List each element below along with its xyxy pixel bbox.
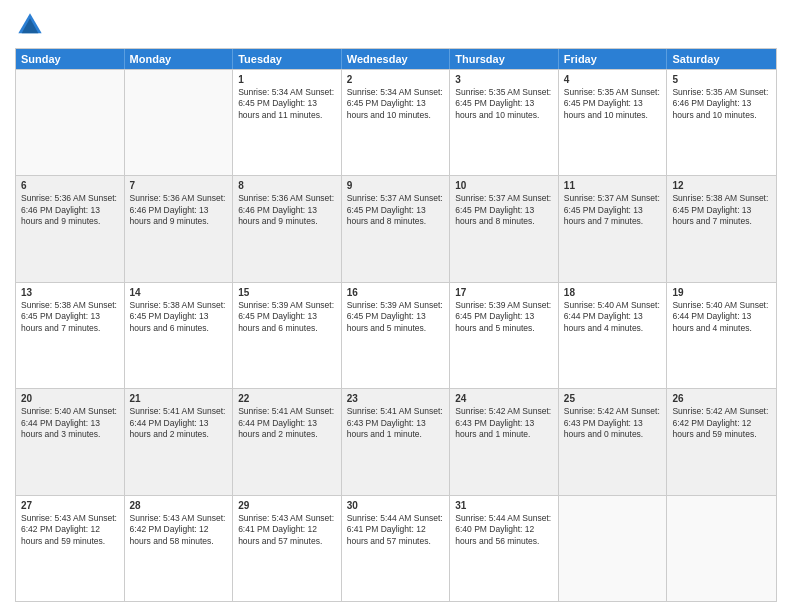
calendar-cell: 28Sunrise: 5:43 AM Sunset: 6:42 PM Dayli… [125,496,234,601]
cell-text: Sunrise: 5:41 AM Sunset: 6:43 PM Dayligh… [347,406,445,440]
cell-text: Sunrise: 5:44 AM Sunset: 6:40 PM Dayligh… [455,513,553,547]
calendar-cell: 31Sunrise: 5:44 AM Sunset: 6:40 PM Dayli… [450,496,559,601]
day-number: 27 [21,499,119,512]
calendar-cell: 25Sunrise: 5:42 AM Sunset: 6:43 PM Dayli… [559,389,668,494]
cell-text: Sunrise: 5:39 AM Sunset: 6:45 PM Dayligh… [238,300,336,334]
calendar-cell: 3Sunrise: 5:35 AM Sunset: 6:45 PM Daylig… [450,70,559,175]
calendar: SundayMondayTuesdayWednesdayThursdayFrid… [15,48,777,602]
calendar-cell: 11Sunrise: 5:37 AM Sunset: 6:45 PM Dayli… [559,176,668,281]
calendar-cell: 20Sunrise: 5:40 AM Sunset: 6:44 PM Dayli… [16,389,125,494]
calendar-cell: 9Sunrise: 5:37 AM Sunset: 6:45 PM Daylig… [342,176,451,281]
cell-text: Sunrise: 5:37 AM Sunset: 6:45 PM Dayligh… [455,193,553,227]
cell-text: Sunrise: 5:35 AM Sunset: 6:46 PM Dayligh… [672,87,771,121]
calendar-cell: 24Sunrise: 5:42 AM Sunset: 6:43 PM Dayli… [450,389,559,494]
calendar-header: SundayMondayTuesdayWednesdayThursdayFrid… [16,49,776,69]
day-number: 1 [238,73,336,86]
cell-text: Sunrise: 5:42 AM Sunset: 6:43 PM Dayligh… [455,406,553,440]
calendar-cell: 12Sunrise: 5:38 AM Sunset: 6:45 PM Dayli… [667,176,776,281]
calendar-cell: 2Sunrise: 5:34 AM Sunset: 6:45 PM Daylig… [342,70,451,175]
logo [15,10,49,40]
day-number: 23 [347,392,445,405]
header-day-tuesday: Tuesday [233,49,342,69]
day-number: 4 [564,73,662,86]
cell-text: Sunrise: 5:34 AM Sunset: 6:45 PM Dayligh… [238,87,336,121]
cell-text: Sunrise: 5:43 AM Sunset: 6:42 PM Dayligh… [130,513,228,547]
calendar-cell: 23Sunrise: 5:41 AM Sunset: 6:43 PM Dayli… [342,389,451,494]
day-number: 28 [130,499,228,512]
header-day-friday: Friday [559,49,668,69]
day-number: 8 [238,179,336,192]
day-number: 30 [347,499,445,512]
calendar-cell: 30Sunrise: 5:44 AM Sunset: 6:41 PM Dayli… [342,496,451,601]
day-number: 14 [130,286,228,299]
cell-text: Sunrise: 5:36 AM Sunset: 6:46 PM Dayligh… [21,193,119,227]
cell-text: Sunrise: 5:43 AM Sunset: 6:42 PM Dayligh… [21,513,119,547]
calendar-row-1: 6Sunrise: 5:36 AM Sunset: 6:46 PM Daylig… [16,175,776,281]
day-number: 25 [564,392,662,405]
cell-text: Sunrise: 5:40 AM Sunset: 6:44 PM Dayligh… [672,300,771,334]
calendar-cell: 22Sunrise: 5:41 AM Sunset: 6:44 PM Dayli… [233,389,342,494]
calendar-row-3: 20Sunrise: 5:40 AM Sunset: 6:44 PM Dayli… [16,388,776,494]
day-number: 17 [455,286,553,299]
calendar-cell: 16Sunrise: 5:39 AM Sunset: 6:45 PM Dayli… [342,283,451,388]
calendar-cell: 4Sunrise: 5:35 AM Sunset: 6:45 PM Daylig… [559,70,668,175]
cell-text: Sunrise: 5:41 AM Sunset: 6:44 PM Dayligh… [238,406,336,440]
day-number: 29 [238,499,336,512]
day-number: 16 [347,286,445,299]
day-number: 24 [455,392,553,405]
cell-text: Sunrise: 5:35 AM Sunset: 6:45 PM Dayligh… [564,87,662,121]
day-number: 18 [564,286,662,299]
cell-text: Sunrise: 5:38 AM Sunset: 6:45 PM Dayligh… [21,300,119,334]
day-number: 31 [455,499,553,512]
cell-text: Sunrise: 5:37 AM Sunset: 6:45 PM Dayligh… [564,193,662,227]
day-number: 12 [672,179,771,192]
day-number: 6 [21,179,119,192]
calendar-cell: 7Sunrise: 5:36 AM Sunset: 6:46 PM Daylig… [125,176,234,281]
header-day-wednesday: Wednesday [342,49,451,69]
calendar-row-0: 1Sunrise: 5:34 AM Sunset: 6:45 PM Daylig… [16,69,776,175]
logo-icon [15,10,45,40]
calendar-cell: 18Sunrise: 5:40 AM Sunset: 6:44 PM Dayli… [559,283,668,388]
calendar-row-2: 13Sunrise: 5:38 AM Sunset: 6:45 PM Dayli… [16,282,776,388]
day-number: 13 [21,286,119,299]
cell-text: Sunrise: 5:37 AM Sunset: 6:45 PM Dayligh… [347,193,445,227]
calendar-cell: 13Sunrise: 5:38 AM Sunset: 6:45 PM Dayli… [16,283,125,388]
calendar-cell: 8Sunrise: 5:36 AM Sunset: 6:46 PM Daylig… [233,176,342,281]
calendar-cell: 6Sunrise: 5:36 AM Sunset: 6:46 PM Daylig… [16,176,125,281]
cell-text: Sunrise: 5:34 AM Sunset: 6:45 PM Dayligh… [347,87,445,121]
day-number: 7 [130,179,228,192]
cell-text: Sunrise: 5:40 AM Sunset: 6:44 PM Dayligh… [21,406,119,440]
cell-text: Sunrise: 5:35 AM Sunset: 6:45 PM Dayligh… [455,87,553,121]
day-number: 20 [21,392,119,405]
day-number: 9 [347,179,445,192]
cell-text: Sunrise: 5:44 AM Sunset: 6:41 PM Dayligh… [347,513,445,547]
cell-text: Sunrise: 5:40 AM Sunset: 6:44 PM Dayligh… [564,300,662,334]
cell-text: Sunrise: 5:36 AM Sunset: 6:46 PM Dayligh… [238,193,336,227]
header [15,10,777,40]
day-number: 21 [130,392,228,405]
header-day-sunday: Sunday [16,49,125,69]
calendar-cell: 14Sunrise: 5:38 AM Sunset: 6:45 PM Dayli… [125,283,234,388]
header-day-monday: Monday [125,49,234,69]
calendar-cell: 5Sunrise: 5:35 AM Sunset: 6:46 PM Daylig… [667,70,776,175]
calendar-cell [16,70,125,175]
cell-text: Sunrise: 5:39 AM Sunset: 6:45 PM Dayligh… [347,300,445,334]
calendar-cell: 19Sunrise: 5:40 AM Sunset: 6:44 PM Dayli… [667,283,776,388]
day-number: 5 [672,73,771,86]
cell-text: Sunrise: 5:43 AM Sunset: 6:41 PM Dayligh… [238,513,336,547]
calendar-cell: 17Sunrise: 5:39 AM Sunset: 6:45 PM Dayli… [450,283,559,388]
calendar-cell: 15Sunrise: 5:39 AM Sunset: 6:45 PM Dayli… [233,283,342,388]
cell-text: Sunrise: 5:42 AM Sunset: 6:42 PM Dayligh… [672,406,771,440]
calendar-cell: 1Sunrise: 5:34 AM Sunset: 6:45 PM Daylig… [233,70,342,175]
calendar-cell [667,496,776,601]
cell-text: Sunrise: 5:39 AM Sunset: 6:45 PM Dayligh… [455,300,553,334]
day-number: 26 [672,392,771,405]
day-number: 11 [564,179,662,192]
header-day-thursday: Thursday [450,49,559,69]
day-number: 10 [455,179,553,192]
day-number: 2 [347,73,445,86]
page: SundayMondayTuesdayWednesdayThursdayFrid… [0,0,792,612]
cell-text: Sunrise: 5:36 AM Sunset: 6:46 PM Dayligh… [130,193,228,227]
cell-text: Sunrise: 5:38 AM Sunset: 6:45 PM Dayligh… [130,300,228,334]
calendar-cell [125,70,234,175]
